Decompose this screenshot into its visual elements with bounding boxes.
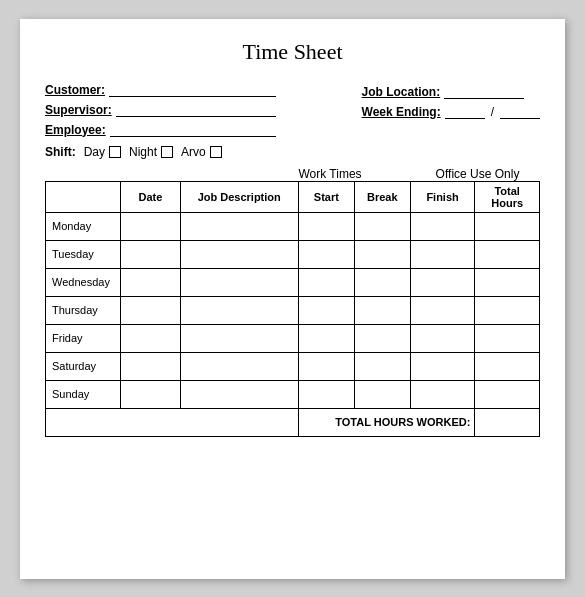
form-left: Customer: Supervisor: Employee: <box>45 83 276 137</box>
shift-arvo-label: Arvo <box>181 145 206 159</box>
form-right: Job Location: Week Ending: / <box>362 83 540 137</box>
shift-day-checkbox[interactable] <box>109 146 121 158</box>
office-use-label: Office Use Only <box>415 167 540 181</box>
table-header-row: Date Job Description Start Break Finish … <box>46 181 540 212</box>
total-tuesday[interactable] <box>475 240 540 268</box>
job-location-input[interactable] <box>444 85 524 99</box>
section-labels: Work Times Office Use Only <box>45 167 540 181</box>
header-start: Start <box>298 181 354 212</box>
employee-input[interactable] <box>110 123 276 137</box>
shift-arvo-checkbox[interactable] <box>210 146 222 158</box>
timesheet-page: Time Sheet Customer: Supervisor: Employe… <box>20 19 565 579</box>
week-ending-field: Week Ending: / <box>362 105 540 119</box>
employee-label: Employee: <box>45 123 106 137</box>
start-monday[interactable] <box>298 212 354 240</box>
customer-label: Customer: <box>45 83 105 97</box>
break-tuesday[interactable] <box>354 240 410 268</box>
header-finish: Finish <box>410 181 475 212</box>
finish-thursday[interactable] <box>410 296 475 324</box>
jobdesc-tuesday[interactable] <box>180 240 298 268</box>
total-hours-worked-label: TOTAL HOURS WORKED: <box>298 408 474 436</box>
jobdesc-saturday[interactable] <box>180 352 298 380</box>
start-sunday[interactable] <box>298 380 354 408</box>
break-monday[interactable] <box>354 212 410 240</box>
break-friday[interactable] <box>354 324 410 352</box>
supervisor-field: Supervisor: <box>45 103 276 117</box>
customer-input[interactable] <box>109 83 276 97</box>
day-thursday: Thursday <box>46 296 121 324</box>
week-ending-input-1[interactable] <box>445 105 485 119</box>
jobdesc-sunday[interactable] <box>180 380 298 408</box>
form-section: Customer: Supervisor: Employee: Job Loca… <box>45 83 540 137</box>
finish-sunday[interactable] <box>410 380 475 408</box>
day-tuesday: Tuesday <box>46 240 121 268</box>
finish-saturday[interactable] <box>410 352 475 380</box>
shift-night-label: Night <box>129 145 157 159</box>
week-ending-label: Week Ending: <box>362 105 441 119</box>
work-times-label: Work Times <box>245 167 415 181</box>
day-monday: Monday <box>46 212 121 240</box>
total-thursday[interactable] <box>475 296 540 324</box>
date-monday[interactable] <box>121 212 180 240</box>
table-row: Thursday <box>46 296 540 324</box>
shift-night-item: Night <box>129 145 173 159</box>
shift-label: Shift: <box>45 145 76 159</box>
finish-wednesday[interactable] <box>410 268 475 296</box>
shift-arvo-item: Arvo <box>181 145 222 159</box>
break-saturday[interactable] <box>354 352 410 380</box>
supervisor-input[interactable] <box>116 103 276 117</box>
date-friday[interactable] <box>121 324 180 352</box>
timesheet-table: Date Job Description Start Break Finish … <box>45 181 540 437</box>
table-row: Monday <box>46 212 540 240</box>
week-ending-input-2[interactable] <box>500 105 540 119</box>
total-wednesday[interactable] <box>475 268 540 296</box>
date-sunday[interactable] <box>121 380 180 408</box>
start-tuesday[interactable] <box>298 240 354 268</box>
finish-friday[interactable] <box>410 324 475 352</box>
finish-monday[interactable] <box>410 212 475 240</box>
start-wednesday[interactable] <box>298 268 354 296</box>
date-tuesday[interactable] <box>121 240 180 268</box>
supervisor-label: Supervisor: <box>45 103 112 117</box>
start-friday[interactable] <box>298 324 354 352</box>
total-monday[interactable] <box>475 212 540 240</box>
table-row: Sunday <box>46 380 540 408</box>
job-location-field: Job Location: <box>362 85 540 99</box>
date-saturday[interactable] <box>121 352 180 380</box>
day-wednesday: Wednesday <box>46 268 121 296</box>
shift-night-checkbox[interactable] <box>161 146 173 158</box>
day-saturday: Saturday <box>46 352 121 380</box>
shift-day-item: Day <box>84 145 121 159</box>
employee-field: Employee: <box>45 123 276 137</box>
total-hours-value[interactable] <box>475 408 540 436</box>
jobdesc-thursday[interactable] <box>180 296 298 324</box>
total-sunday[interactable] <box>475 380 540 408</box>
jobdesc-friday[interactable] <box>180 324 298 352</box>
customer-field: Customer: <box>45 83 276 97</box>
week-ending-slash: / <box>489 105 496 119</box>
shift-row: Shift: Day Night Arvo <box>45 145 540 159</box>
start-saturday[interactable] <box>298 352 354 380</box>
date-wednesday[interactable] <box>121 268 180 296</box>
total-friday[interactable] <box>475 324 540 352</box>
finish-tuesday[interactable] <box>410 240 475 268</box>
jobdesc-wednesday[interactable] <box>180 268 298 296</box>
total-saturday[interactable] <box>475 352 540 380</box>
table-row: Saturday <box>46 352 540 380</box>
table-row: Tuesday <box>46 240 540 268</box>
day-friday: Friday <box>46 324 121 352</box>
date-thursday[interactable] <box>121 296 180 324</box>
total-hours-empty-1 <box>46 408 299 436</box>
page-title: Time Sheet <box>45 39 540 65</box>
header-job-desc: Job Description <box>180 181 298 212</box>
jobdesc-monday[interactable] <box>180 212 298 240</box>
table-row: Friday <box>46 324 540 352</box>
total-hours-row: TOTAL HOURS WORKED: <box>46 408 540 436</box>
start-thursday[interactable] <box>298 296 354 324</box>
break-thursday[interactable] <box>354 296 410 324</box>
header-day <box>46 181 121 212</box>
header-total-hours: TotalHours <box>475 181 540 212</box>
day-sunday: Sunday <box>46 380 121 408</box>
break-wednesday[interactable] <box>354 268 410 296</box>
break-sunday[interactable] <box>354 380 410 408</box>
